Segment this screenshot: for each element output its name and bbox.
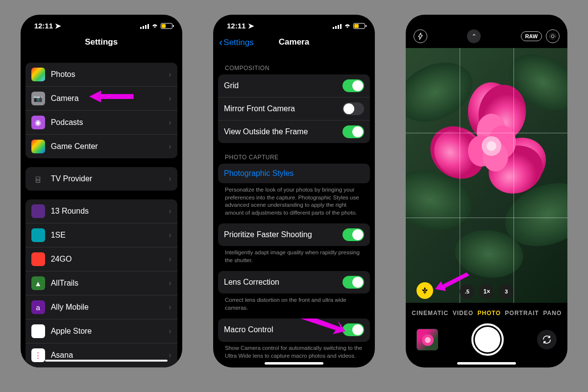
svg-point-11 bbox=[550, 33, 556, 39]
row-app[interactable]: Apple Store› bbox=[25, 319, 177, 343]
toggle-grid[interactable] bbox=[343, 79, 364, 92]
mode-video[interactable]: VIDEO bbox=[453, 310, 473, 317]
battery-icon bbox=[353, 23, 365, 29]
svg-rect-3 bbox=[147, 24, 149, 29]
row-label: Grid bbox=[224, 81, 343, 90]
description-text: Intelligently adapt image quality when r… bbox=[218, 246, 370, 269]
zoom-3x[interactable]: 3 bbox=[499, 284, 514, 299]
row-label: Photographic Styles bbox=[224, 169, 364, 178]
flash-button[interactable] bbox=[414, 29, 427, 43]
grid-line bbox=[460, 48, 460, 303]
raw-button[interactable]: RAW bbox=[521, 31, 542, 41]
photos-icon bbox=[31, 68, 45, 81]
podcasts-icon: ◉ bbox=[31, 116, 45, 129]
location-icon: ➤ bbox=[248, 22, 254, 30]
status-icons bbox=[333, 23, 365, 29]
row-label: Apple Store bbox=[51, 327, 169, 336]
settings-screen: 12:11 ➤ Settings Photos › 📷 Camera › ◉ P… bbox=[21, 15, 182, 368]
grid-line bbox=[406, 218, 567, 218]
camera-modes[interactable]: CINEMATIC VIDEO PHOTO PORTRAIT PANO bbox=[406, 303, 567, 320]
settings-group-apps: 13 Rounds› 1SE› 24GO› ▲AllTrails› aAlly … bbox=[25, 199, 177, 368]
description-text: Show Camera control for automatically sw… bbox=[218, 342, 370, 365]
chevron-right-icon: › bbox=[169, 118, 171, 127]
row-game-center[interactable]: Game Center › bbox=[25, 135, 177, 158]
last-photo-thumbnail[interactable] bbox=[416, 329, 438, 350]
settings-list[interactable]: Photos › 📷 Camera › ◉ Podcasts › Game Ce… bbox=[21, 54, 182, 368]
right-controls: RAW bbox=[521, 29, 560, 43]
row-podcasts[interactable]: ◉ Podcasts › bbox=[25, 111, 177, 135]
toggle-lens-correction[interactable] bbox=[343, 276, 364, 289]
toggle-macro-control[interactable] bbox=[343, 323, 364, 336]
toggle-view-outside-frame[interactable] bbox=[343, 125, 364, 138]
svg-point-28 bbox=[487, 141, 496, 151]
row-label: TV Provider bbox=[51, 174, 169, 183]
row-label: Camera bbox=[51, 94, 169, 103]
row-label: Photos bbox=[51, 70, 169, 79]
svg-rect-2 bbox=[145, 25, 147, 29]
row-label: 1SE bbox=[51, 231, 169, 240]
camera-viewfinder[interactable]: .5 1× 3 bbox=[406, 48, 567, 303]
chevron-up-icon: ⌃ bbox=[471, 33, 477, 40]
grid-line bbox=[514, 48, 514, 303]
flip-camera-button[interactable] bbox=[537, 330, 557, 349]
notch bbox=[257, 15, 331, 27]
mode-portrait[interactable]: PORTRAIT bbox=[505, 310, 539, 317]
expand-controls-button[interactable]: ⌃ bbox=[467, 29, 481, 43]
row-app[interactable]: ▲AllTrails› bbox=[25, 271, 177, 295]
chevron-right-icon: › bbox=[169, 207, 171, 216]
row-app[interactable]: aAlly Mobile› bbox=[25, 295, 177, 319]
toggle-mirror-front[interactable] bbox=[343, 102, 364, 115]
home-indicator[interactable] bbox=[457, 362, 516, 365]
nav-title: Settings bbox=[21, 32, 182, 54]
row-mirror-front: Mirror Front Camera bbox=[218, 98, 370, 121]
mode-pano[interactable]: PANO bbox=[543, 310, 562, 317]
scrollbar[interactable] bbox=[45, 360, 168, 362]
row-app[interactable]: 13 Rounds› bbox=[25, 199, 177, 223]
row-photos[interactable]: Photos › bbox=[25, 63, 177, 87]
row-app[interactable]: 24GO› bbox=[25, 247, 177, 271]
notch bbox=[485, 22, 489, 25]
row-label: View Outside the Frame bbox=[224, 127, 343, 136]
svg-rect-5 bbox=[333, 27, 334, 29]
shutter-button[interactable] bbox=[471, 323, 504, 356]
back-button[interactable]: ‹ Settings bbox=[219, 36, 254, 49]
app-icon: a bbox=[31, 300, 45, 314]
chevron-left-icon: ‹ bbox=[219, 36, 222, 49]
camera-app-screen: ⌃ RAW bbox=[406, 15, 567, 368]
chevron-right-icon: › bbox=[169, 303, 171, 312]
camera-settings-list[interactable]: COMPOSITION Grid Mirror Front Camera Vie… bbox=[213, 54, 375, 368]
nav-title-text: Camera bbox=[279, 37, 309, 47]
row-grid: Grid bbox=[218, 74, 370, 98]
status-icons bbox=[140, 23, 172, 29]
row-label: Podcasts bbox=[51, 118, 169, 127]
row-app[interactable]: ⋮Asana› bbox=[25, 343, 177, 368]
description-text: Correct lens distortion on the front and… bbox=[218, 294, 370, 317]
tv-provider-icon: ⌸ bbox=[31, 172, 45, 186]
section-header: COMPOSITION bbox=[218, 54, 370, 74]
row-label: Lens Correction bbox=[224, 278, 343, 287]
live-photo-icon bbox=[549, 32, 557, 40]
signal-icon bbox=[333, 24, 342, 29]
settings-group-media: Photos › 📷 Camera › ◉ Podcasts › Game Ce… bbox=[25, 63, 177, 158]
chevron-right-icon: › bbox=[169, 94, 171, 103]
svg-point-10 bbox=[551, 35, 554, 38]
chevron-right-icon: › bbox=[169, 327, 171, 336]
toggle-prioritize[interactable] bbox=[343, 228, 364, 241]
row-label: Ally Mobile bbox=[51, 303, 169, 312]
home-indicator[interactable] bbox=[265, 362, 323, 365]
row-photographic-styles[interactable]: Photographic Styles bbox=[218, 164, 370, 183]
zoom-0.5x[interactable]: .5 bbox=[460, 284, 474, 299]
mode-cinematic[interactable]: CINEMATIC bbox=[412, 310, 448, 317]
live-photo-button[interactable] bbox=[546, 29, 560, 43]
photographic-styles-group: Photographic Styles bbox=[218, 164, 370, 183]
about-link[interactable]: About Camera & Privacy… bbox=[218, 365, 370, 368]
mode-photo[interactable]: PHOTO bbox=[478, 310, 501, 317]
svg-rect-6 bbox=[335, 26, 337, 29]
chevron-right-icon: › bbox=[169, 142, 171, 151]
status-time: 12:11 ➤ bbox=[227, 22, 254, 30]
zoom-1x[interactable]: 1× bbox=[479, 284, 494, 299]
row-app[interactable]: 1SE› bbox=[25, 223, 177, 247]
row-camera[interactable]: 📷 Camera › bbox=[25, 87, 177, 111]
app-icon bbox=[31, 228, 45, 242]
row-tv-provider[interactable]: ⌸ TV Provider › bbox=[25, 167, 177, 191]
